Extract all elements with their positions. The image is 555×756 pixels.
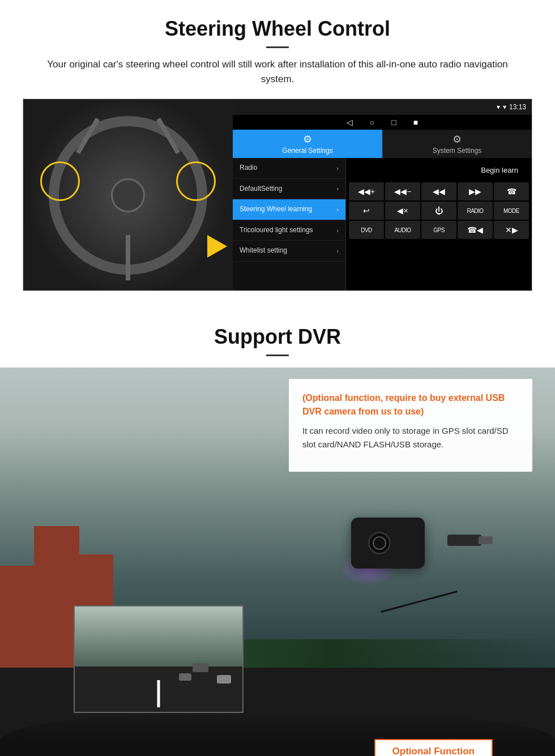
highlight-circle-right [176,161,216,201]
chevron-icon-whitelist: › [336,247,339,254]
phone-next-btn[interactable]: ✕▶ [494,221,529,239]
android-ui-panel: ▾ ▾ 13:13 ◁ ○ □ ■ ⚙ General Settings ⚙ [233,99,532,291]
dvr-info-body: It can record video only to storage in G… [302,424,519,451]
begin-learn-button[interactable]: Begin learn [473,163,526,178]
wheel-center [111,178,145,212]
signal-icon: ▾ [497,103,500,111]
menu-item-tricoloured[interactable]: Tricoloured light settings › [233,220,345,241]
control-buttons-row3: DVD AUDIO GPS ☎◀ ✕▶ [346,221,532,239]
dvr-info-card: (Optional function, require to buy exter… [289,379,532,472]
settings-menu: Radio › DefaultSetting › Steering Wheel … [233,158,346,291]
statusbar-icons: ▾ ▾ 13:13 [497,103,526,111]
seicane-brand: Seicane [246,741,309,756]
power-btn[interactable]: ⏻ [421,202,456,220]
mute-btn[interactable]: ◀× [385,202,420,220]
chevron-icon-steering: › [336,206,339,213]
android-tabs: ⚙ General Settings ⚙ System Settings [233,130,532,158]
gear-icon-system: ⚙ [452,133,462,146]
phone-prev-btn[interactable]: ☎◀ [458,221,493,239]
android-navbar: ◁ ○ □ ■ [233,115,532,130]
android-content: Radio › DefaultSetting › Steering Wheel … [233,158,532,291]
vol-up-btn[interactable]: ◀◀+ [349,182,384,200]
android-statusbar: ▾ ▾ 13:13 [233,99,532,115]
chevron-icon-tricoloured: › [336,227,339,234]
vol-down-btn[interactable]: ◀◀− [385,182,420,200]
home-nav-icon: ○ [370,118,374,127]
menu-item-defaultsetting-label: DefaultSetting [240,185,282,194]
camera-cable [381,591,458,613]
dvr-title-area: Support DVR [0,308,555,368]
dvr-title-divider [266,354,289,356]
back-btn[interactable]: ↩ [349,202,384,220]
dvr-composite-image: (Optional function, require to buy exter… [0,368,555,756]
inset-car-1 [193,663,208,672]
steering-composite: ▾ ▾ 13:13 ◁ ○ □ ■ ⚙ General Settings ⚙ [23,99,532,291]
tab-general-label: General Settings [282,147,332,155]
steering-control-panel: Begin learn ◀◀+ ◀◀− ◀◀ ▶▶ ☎ ↩ ◀× ⏻ RADIO [346,158,532,291]
menu-item-radio-label: Radio [240,164,257,173]
steering-wheel-image [23,99,233,291]
wheel-spoke-bottom [126,235,130,280]
steering-title: Steering Wheel Control [23,17,532,41]
menu-item-steering[interactable]: Steering Wheel learning › [233,199,345,220]
building-3 [0,566,37,668]
menu-nav-icon: ■ [413,118,418,127]
statusbar-time: 13:13 [509,103,526,111]
dvr-title: Support DVR [23,325,532,349]
menu-item-whitelist[interactable]: Whitelist setting › [233,241,345,262]
wheel-background [23,99,233,291]
audio-btn[interactable]: AUDIO [385,221,420,239]
menu-item-defaultsetting[interactable]: DefaultSetting › [233,179,345,200]
chevron-icon-radio: › [336,165,339,172]
gear-icon-general: ⚙ [303,133,312,146]
menu-item-steering-label: Steering Wheel learning [240,205,312,214]
camera-main-body [351,518,425,569]
dvr-inset-road [75,667,242,712]
chevron-icon-default: › [336,185,339,192]
inset-car-2 [217,675,231,684]
tab-system-label: System Settings [433,147,482,155]
phone-btn[interactable]: ☎ [494,182,529,200]
dvd-btn[interactable]: DVD [349,221,384,239]
control-buttons-row1: ◀◀+ ◀◀− ◀◀ ▶▶ ☎ [346,182,532,200]
dvr-inset-view [74,605,244,713]
tab-general-settings[interactable]: ⚙ General Settings [233,130,382,158]
dvr-camera [340,512,481,603]
steering-wheel-section: Steering Wheel Control Your original car… [0,0,555,302]
begin-learn-row: Begin learn [346,158,532,182]
control-buttons-row2: ↩ ◀× ⏻ RADIO MODE [346,202,532,220]
prev-btn[interactable]: ◀◀ [421,182,456,200]
dvr-optional-text: (Optional function, require to buy exter… [302,391,519,418]
next-btn[interactable]: ▶▶ [458,182,493,200]
back-nav-icon: ◁ [347,118,353,127]
optional-function-badge: Optional Function [374,739,493,756]
recent-nav-icon: □ [391,118,396,127]
mode-btn[interactable]: MODE [494,202,529,220]
radio-btn[interactable]: RADIO [458,202,493,220]
dvr-camera-area [289,478,532,637]
title-divider [266,46,289,48]
arrow-indicator [207,235,227,258]
menu-item-radio[interactable]: Radio › [233,158,345,179]
tab-system-settings[interactable]: ⚙ System Settings [382,130,532,158]
menu-item-whitelist-label: Whitelist setting [240,246,287,255]
camera-usb-port [447,535,481,546]
wifi-icon: ▾ [503,103,506,111]
inset-car-3 [179,673,191,681]
camera-lens [368,532,391,554]
dvr-section: Support DVR (Optional func [0,308,555,756]
gps-btn[interactable]: GPS [421,221,456,239]
steering-subtitle: Your original car's steering wheel contr… [45,57,510,86]
menu-item-tricoloured-label: Tricoloured light settings [240,226,313,235]
highlight-circle-left [40,161,80,201]
building-1 [34,526,79,668]
